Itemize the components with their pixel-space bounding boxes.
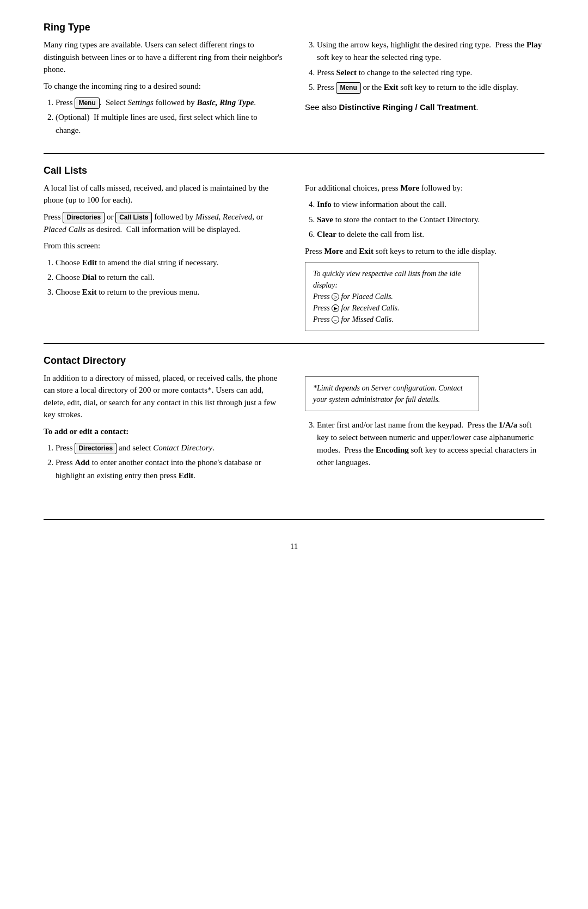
list-item: Press Menu or the Exit soft key to retur… bbox=[317, 81, 544, 94]
call-lists-left: A local list of calls missed, received, … bbox=[44, 182, 283, 331]
ring-type-content: Many ring types are available. Users can… bbox=[44, 39, 544, 141]
call-lists-right-steps: Info to view information about the call.… bbox=[317, 198, 544, 241]
ring-type-left: Many ring types are available. Users can… bbox=[44, 39, 283, 141]
call-lists-right: For additional choices, press More follo… bbox=[305, 182, 544, 331]
call-lists-p1: A local list of calls missed, received, … bbox=[44, 182, 283, 206]
menu-key-btn2: Menu bbox=[336, 82, 360, 94]
list-item: Using the arrow keys, highlight the desi… bbox=[317, 39, 544, 64]
play-label: Play bbox=[526, 40, 542, 49]
edit-label: Edit bbox=[82, 258, 97, 267]
distinctive-ringing-link: Distinctive Ringing / Call Treatment bbox=[339, 102, 476, 112]
edit-label2: Edit bbox=[179, 471, 194, 480]
list-item: (Optional) If multiple lines are used, f… bbox=[56, 111, 283, 137]
contact-directory-title: Contact Directory bbox=[44, 355, 544, 367]
call-lists-title: Call Lists bbox=[44, 165, 544, 176]
see-also-text: See also Distinctive Ringing / Call Trea… bbox=[305, 101, 544, 114]
call-lists-btn: Call Lists bbox=[115, 212, 152, 223]
call-lists-content: A local list of calls missed, received, … bbox=[44, 182, 544, 331]
more-label: More bbox=[400, 184, 419, 192]
add-label: Add bbox=[75, 458, 90, 467]
contact-directory-content: In addition to a directory of missed, pl… bbox=[44, 372, 544, 486]
contact-directory-right: *Limit depends on Server configuration. … bbox=[305, 372, 544, 486]
ring-type-right-steps: Using the arrow keys, highlight the desi… bbox=[317, 39, 544, 94]
list-item: Choose Dial to return the call. bbox=[56, 271, 283, 284]
select-label: Select bbox=[336, 68, 356, 77]
received-text: Received bbox=[223, 212, 252, 221]
exit-label3: Exit bbox=[359, 247, 373, 255]
divider-2 bbox=[44, 343, 544, 344]
list-item: Clear to delete the call from list. bbox=[317, 228, 544, 241]
ring-type-section: Ring Type Many ring types are available.… bbox=[44, 22, 544, 141]
encoding-label: Encoding bbox=[376, 446, 409, 454]
more-exit-text: Press More and Exit soft keys to return … bbox=[305, 245, 544, 258]
exit-label: Exit bbox=[384, 83, 399, 91]
more-label2: More bbox=[324, 247, 343, 255]
note-text: To quickly view respective call lists fr… bbox=[313, 270, 461, 324]
ring-type-p1: Many ring types are available. Users can… bbox=[44, 39, 283, 76]
clear-label: Clear bbox=[317, 230, 336, 239]
1aa-label: 1/A/a bbox=[499, 420, 517, 429]
contact-directory-section: Contact Directory In addition to a direc… bbox=[44, 355, 544, 486]
divider-1 bbox=[44, 153, 544, 154]
ring-type-left-steps: Press Menu. Select Settings followed by … bbox=[56, 96, 283, 137]
add-edit-bold: To add or edit a contact: bbox=[44, 427, 128, 436]
list-item: Press Menu. Select Settings followed by … bbox=[56, 96, 283, 109]
ring-type-title: Ring Type bbox=[44, 22, 544, 33]
save-label: Save bbox=[317, 215, 333, 224]
note-text2: *Limit depends on Server configuration. … bbox=[313, 384, 463, 404]
call-lists-p2: Press Directories or Call Lists followed… bbox=[44, 211, 283, 235]
list-item: Press Add to enter another contact into … bbox=[56, 456, 283, 482]
contact-directory-p1: In addition to a directory of missed, pl… bbox=[44, 372, 283, 421]
settings-text: Settings bbox=[127, 98, 154, 107]
call-lists-section: Call Lists A local list of calls missed,… bbox=[44, 165, 544, 331]
call-lists-note: To quickly view respective call lists fr… bbox=[305, 262, 479, 331]
from-screen-text: From this screen: bbox=[44, 240, 283, 252]
info-label: Info bbox=[317, 200, 332, 209]
list-item: Save to store the contact to the Contact… bbox=[317, 213, 544, 226]
directories-btn2: Directories bbox=[75, 443, 117, 454]
contact-directory-link: Contact Directory bbox=[153, 443, 212, 452]
contact-directory-note: *Limit depends on Server configuration. … bbox=[305, 376, 479, 411]
exit-label2: Exit bbox=[82, 288, 97, 296]
directories-btn: Directories bbox=[63, 212, 105, 223]
placed-calls-text: Placed Calls bbox=[44, 225, 85, 234]
add-edit-label: To add or edit a contact: bbox=[44, 425, 283, 438]
basic-ring-type-text: Basic, Ring Type bbox=[197, 98, 254, 107]
list-item: Enter first and/or last name from the ke… bbox=[317, 419, 544, 469]
divider-3 bbox=[44, 519, 544, 520]
ring-type-right: Using the arrow keys, highlight the desi… bbox=[305, 39, 544, 141]
ring-type-p2: To change the incoming ring to a desired… bbox=[44, 80, 283, 93]
contact-directory-left-steps: Press Directories and select Contact Dir… bbox=[56, 442, 283, 482]
contact-directory-left: In addition to a directory of missed, pl… bbox=[44, 372, 283, 486]
list-item: Choose Exit to return to the previous me… bbox=[56, 286, 283, 298]
missed-received-text: Missed bbox=[195, 212, 219, 221]
call-lists-left-steps: Choose Edit to amend the dial string if … bbox=[56, 257, 283, 299]
dial-label: Dial bbox=[82, 273, 97, 282]
list-item: Press Select to change to the selected r… bbox=[317, 66, 544, 79]
page-number: 11 bbox=[44, 542, 544, 551]
list-item: Choose Edit to amend the dial string if … bbox=[56, 257, 283, 269]
list-item: Info to view information about the call. bbox=[317, 198, 544, 211]
list-item: Press Directories and select Contact Dir… bbox=[56, 442, 283, 454]
call-lists-more-p: For additional choices, press More follo… bbox=[305, 182, 544, 194]
contact-directory-right-steps: Enter first and/or last name from the ke… bbox=[317, 419, 544, 469]
menu-key-btn: Menu bbox=[75, 97, 99, 109]
